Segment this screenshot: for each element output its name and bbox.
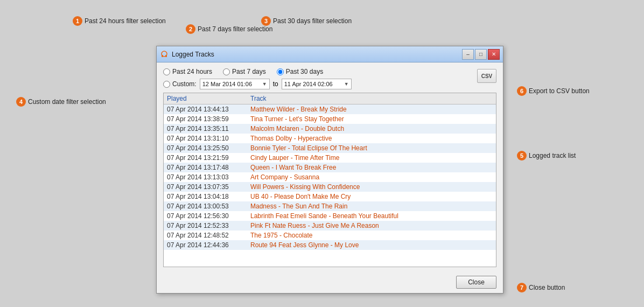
logged-tracks-window: Logged Tracks – □ ✕ Past 24 hours Past 7… (156, 46, 503, 294)
track-cell: Malcolm Mclaren - Double Dutch (250, 125, 493, 132)
svg-rect-1 (162, 55, 163, 57)
minimize-button[interactable]: – (462, 49, 474, 60)
annotation-4: 4 Custom date filter selection (16, 97, 106, 107)
track-row[interactable]: 07 Apr 2014 13:04:18 UB 40 - Please Don'… (164, 192, 496, 201)
filter-past30-label: Past 30 days (286, 68, 323, 75)
played-cell: 07 Apr 2014 13:00:53 (167, 203, 250, 210)
filter-past7[interactable]: Past 7 days (223, 68, 266, 75)
custom-date-row: Custom: 12 Mar 2014 01:06 ▼ to 11 Apr 20… (163, 79, 496, 89)
annotation-7: 7 Close button (517, 283, 565, 292)
track-row[interactable]: 07 Apr 2014 13:25:50 Bonnie Tyler - Tota… (164, 143, 496, 153)
played-cell: 07 Apr 2014 12:56:30 (167, 212, 250, 220)
window-title: Logged Tracks (172, 51, 462, 58)
played-cell: 07 Apr 2014 13:31:10 (167, 135, 250, 142)
track-row[interactable]: 07 Apr 2014 13:31:10 Thomas Dolby - Hype… (164, 134, 496, 143)
badge-1: 1 (73, 16, 82, 26)
badge-5: 5 (517, 151, 527, 161)
filter-row-1: Past 24 hours Past 7 days Past 30 days (163, 68, 496, 75)
track-row[interactable]: 07 Apr 2014 12:44:36 Route 94 Feat Jess … (164, 240, 496, 250)
header-played: Played (167, 95, 250, 102)
track-row[interactable]: 07 Apr 2014 12:52:33 Pink Ft Nate Ruess … (164, 221, 496, 231)
track-cell: Tina Turner - Let's Stay Together (250, 115, 493, 123)
annotation-1: 1 Past 24 hours filter selection (73, 16, 166, 26)
filter-custom[interactable]: Custom: (163, 80, 197, 88)
played-cell: 07 Apr 2014 13:04:18 (167, 193, 250, 200)
header-track: Track (250, 95, 493, 102)
track-cell: UB 40 - Please Don't Make Me Cry (250, 193, 493, 200)
track-list-header: Played Track (164, 93, 496, 104)
track-cell: Queen - I Want To Break Free (250, 164, 493, 171)
track-row[interactable]: 07 Apr 2014 13:00:53 Madness - The Sun A… (164, 201, 496, 211)
badge-7: 7 (517, 283, 527, 292)
filter-past7-label: Past 7 days (232, 68, 266, 75)
track-cell: Route 94 Feat Jess Glynne - My Love (250, 241, 493, 249)
radio-custom[interactable] (163, 81, 170, 88)
played-cell: 07 Apr 2014 12:44:36 (167, 241, 250, 249)
played-cell: 07 Apr 2014 13:21:59 (167, 154, 250, 162)
window-content: Past 24 hours Past 7 days Past 30 days C… (157, 62, 503, 273)
filter-past24-label: Past 24 hours (172, 68, 212, 75)
close-button-area: Close (157, 273, 503, 293)
annotation-2: 2 Past 7 days filter selection (186, 24, 272, 34)
track-cell: Art Company - Susanna (250, 173, 493, 181)
custom-from-value: 12 Mar 2014 01:06 (202, 81, 252, 87)
radio-past24[interactable] (163, 68, 170, 75)
svg-rect-2 (165, 55, 167, 57)
track-cell: Madness - The Sun And The Rain (250, 203, 493, 210)
track-cell: Matthew Wilder - Break My Stride (250, 106, 493, 113)
filter-custom-label: Custom: (172, 80, 197, 88)
track-row[interactable]: 07 Apr 2014 13:07:35 Will Powers - Kissi… (164, 182, 496, 192)
played-cell: 07 Apr 2014 13:35:11 (167, 125, 250, 132)
export-csv-button[interactable]: CSV (477, 69, 496, 83)
titlebar: Logged Tracks – □ ✕ (157, 46, 503, 62)
filter-past30[interactable]: Past 30 days (277, 68, 323, 75)
played-cell: 07 Apr 2014 13:17:48 (167, 164, 250, 171)
track-cell: Cindy Lauper - Time After Time (250, 154, 493, 162)
badge-2: 2 (186, 24, 195, 34)
maximize-button[interactable]: □ (475, 49, 487, 60)
badge-3: 3 (261, 16, 271, 26)
from-dropdown-arrow[interactable]: ▼ (262, 81, 267, 87)
track-cell: Thomas Dolby - Hyperactive (250, 135, 493, 142)
track-list-container: Played Track 07 Apr 2014 13:44:13 Matthe… (163, 93, 496, 267)
track-row[interactable]: 07 Apr 2014 13:17:48 Queen - I Want To B… (164, 163, 496, 172)
track-row[interactable]: 07 Apr 2014 13:35:11 Malcolm Mclaren - D… (164, 124, 496, 134)
custom-to-input[interactable]: 11 Apr 2014 02:06 ▼ (282, 79, 352, 89)
filter-past24[interactable]: Past 24 hours (163, 68, 212, 75)
played-cell: 07 Apr 2014 12:52:33 (167, 222, 250, 229)
radio-past7[interactable] (223, 68, 230, 75)
badge-4: 4 (16, 97, 26, 107)
close-dialog-button[interactable]: Close (456, 276, 496, 289)
track-row[interactable]: 07 Apr 2014 13:21:59 Cindy Lauper - Time… (164, 153, 496, 163)
to-dropdown-arrow[interactable]: ▼ (344, 81, 349, 87)
radio-past30[interactable] (277, 68, 284, 75)
annotation-5: 5 Logged track list (517, 151, 576, 161)
custom-to-value: 11 Apr 2014 02:06 (284, 81, 333, 87)
track-cell: The 1975 - Chocolate (250, 232, 493, 239)
track-row[interactable]: 07 Apr 2014 12:48:52 The 1975 - Chocolat… (164, 231, 496, 240)
track-row[interactable]: 07 Apr 2014 13:38:59 Tina Turner - Let's… (164, 114, 496, 124)
track-row[interactable]: 07 Apr 2014 13:13:03 Art Company - Susan… (164, 172, 496, 182)
played-cell: 07 Apr 2014 13:07:35 (167, 183, 250, 191)
track-cell: Labrinth Feat Emeli Sande - Beneath Your… (250, 212, 493, 220)
annotation-6: 6 Export to CSV button (517, 86, 590, 96)
played-cell: 07 Apr 2014 12:48:52 (167, 232, 250, 239)
played-cell: 07 Apr 2014 13:25:50 (167, 144, 250, 152)
played-cell: 07 Apr 2014 13:38:59 (167, 115, 250, 123)
track-list-body[interactable]: 07 Apr 2014 13:44:13 Matthew Wilder - Br… (164, 104, 496, 267)
window-close-button[interactable]: ✕ (488, 49, 500, 60)
track-row[interactable]: 07 Apr 2014 13:44:13 Matthew Wilder - Br… (164, 104, 496, 114)
track-cell: Bonnie Tyler - Total Eclipse Of The Hear… (250, 144, 493, 152)
played-cell: 07 Apr 2014 13:44:13 (167, 106, 250, 113)
titlebar-buttons: – □ ✕ (462, 49, 500, 60)
headphone-icon (160, 50, 169, 59)
track-cell: Pink Ft Nate Ruess - Just Give Me A Reas… (250, 222, 493, 229)
custom-from-input[interactable]: 12 Mar 2014 01:06 ▼ (200, 79, 270, 89)
track-row[interactable]: 07 Apr 2014 12:56:30 Labrinth Feat Emeli… (164, 211, 496, 221)
played-cell: 07 Apr 2014 13:13:03 (167, 173, 250, 181)
to-label: to (273, 80, 278, 88)
track-cell: Will Powers - Kissing With Confidence (250, 183, 493, 191)
badge-6: 6 (517, 86, 527, 96)
annotation-3: 3 Past 30 days filter selection (261, 16, 352, 26)
